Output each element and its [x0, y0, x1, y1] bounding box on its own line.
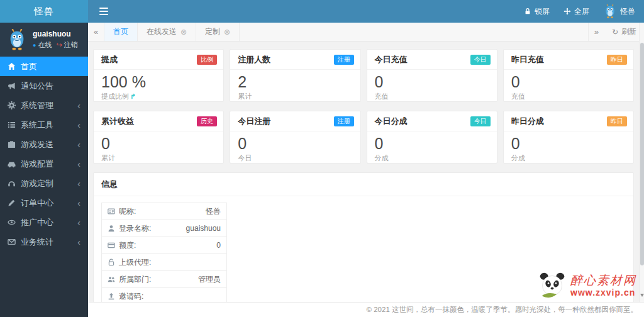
status-badge: 注册	[334, 116, 354, 126]
footer-text: © 2021 这世间，总有一抹颜色，温暖了季节。愿时光深处，每一种欣然都因你而至…	[367, 305, 638, 314]
sidebar-item-label: 推广中心	[21, 217, 53, 228]
user-panel: guaishuou ● 在线 ↪ 注销	[0, 23, 88, 57]
briefcase-icon	[8, 140, 16, 148]
scrollbar-thumb[interactable]	[640, 43, 644, 265]
bullhorn-icon	[8, 82, 16, 90]
stat-card-yesterday-recharge: 昨日充值 昨日 0 充值	[503, 49, 634, 102]
stat-value: 100 %	[101, 72, 216, 91]
sidebar-item-game-send[interactable]: 游戏发送 ‹	[0, 135, 88, 154]
sidebar-item-system-tools[interactable]: 系统工具 ‹	[0, 115, 88, 135]
sidebar-item-label: 通知公告	[21, 81, 53, 92]
tab-online-send[interactable]: 在线发送 ⊗	[138, 23, 196, 41]
stat-title: 昨日分成	[511, 116, 544, 127]
lock-screen-label: 锁屏	[535, 6, 550, 17]
info-label: 额度:	[119, 240, 136, 251]
navbar-username: 怪兽	[620, 6, 635, 17]
sidebar-item-promo-center[interactable]: 推广中心 ‹	[0, 213, 88, 232]
stat-sub-label: 累计	[238, 92, 252, 100]
stat-card-today-register: 今日注册 注册 0 今日	[230, 111, 360, 164]
monster-avatar	[6, 29, 28, 50]
chevron-left-icon: ‹	[77, 140, 80, 149]
stat-sub-label: 充值	[511, 92, 525, 100]
home-icon	[8, 62, 16, 70]
refresh-icon: ↻	[612, 28, 618, 36]
stat-sub-label: 分成	[511, 154, 525, 162]
fullscreen-button[interactable]: 全屏	[564, 6, 589, 17]
info-label: 登录名称:	[119, 223, 151, 234]
sidebar-item-label: 游戏配置	[21, 158, 53, 170]
chevron-left-icon: ‹	[77, 237, 80, 247]
logout-icon: ↪	[56, 41, 62, 49]
status-badge: 今日	[470, 116, 491, 126]
status-badge: 昨日	[607, 55, 627, 65]
sidebar-item-system-manage[interactable]: 系统管理 ‹	[0, 96, 88, 115]
user-name: guaishuou	[33, 30, 78, 38]
lock-icon	[524, 8, 531, 15]
info-table: 昵称: 怪兽 登录名称: guaishuou	[101, 203, 227, 302]
table-row: 上级代理:	[102, 254, 226, 271]
info-label: 昵称:	[119, 206, 136, 217]
online-dot-icon: ●	[33, 42, 36, 48]
sidebar-item-home[interactable]: 首页	[0, 57, 88, 76]
upload-icon	[108, 292, 115, 300]
lock-screen-button[interactable]: 锁屏	[524, 6, 550, 17]
app-window: 怪兽 guaishuou ● 在线 ↪ 注销	[0, 0, 644, 317]
sidebar-item-game-config[interactable]: 游戏配置 ‹	[0, 154, 88, 174]
stat-sub-label: 分成	[375, 154, 389, 162]
info-label: 所属部门:	[119, 274, 151, 285]
sidebar-item-notice[interactable]: 通知公告	[0, 76, 88, 96]
info-label: 上级代理:	[119, 257, 151, 268]
status-badge: 历史	[197, 116, 217, 126]
tab-label: 在线发送	[147, 26, 177, 37]
info-label: 邀请码:	[119, 291, 143, 302]
sidebar: 怪兽 guaishuou ● 在线 ↪ 注销	[0, 0, 88, 317]
main-content: 提成 比例 100 % 提成比例↱ 注册人数 注册 2 累计	[88, 42, 644, 302]
sidebar-item-game-custom[interactable]: 游戏定制 ‹	[0, 174, 88, 193]
sidebar-menu: 首页 通知公告 系统管理 ‹ 系统工具 ‹ 游戏发送 ‹	[0, 57, 88, 252]
hamburger-menu-icon[interactable]	[97, 5, 111, 18]
stats-grid: 提成 比例 100 % 提成比例↱ 注册人数 注册 2 累计	[93, 49, 634, 164]
sidebar-item-label: 系统工具	[21, 120, 53, 131]
sidebar-item-label: 游戏发送	[21, 139, 53, 150]
tabs-scroll-right-icon[interactable]: »	[588, 23, 604, 41]
stat-title: 今日分成	[375, 116, 408, 127]
stat-sub-label: 提成比例	[101, 92, 129, 100]
stat-value: 2	[238, 72, 352, 91]
tab-home[interactable]: 首页	[104, 23, 138, 41]
user-icon	[108, 225, 115, 232]
scrollbar-down-arrow-icon[interactable]	[640, 294, 644, 297]
unlock-icon	[108, 259, 115, 266]
refresh-button[interactable]: ↻ 刷新	[604, 23, 644, 41]
headset-icon	[8, 179, 16, 187]
vertical-scrollbar[interactable]	[639, 23, 644, 302]
stat-card-today-share: 今日分成 今日 0 分成	[367, 111, 497, 164]
tabs-scroll-left-icon[interactable]: «	[88, 23, 104, 41]
tab-label: 定制	[205, 26, 220, 37]
stat-title: 注册人数	[238, 54, 270, 65]
user-dropdown[interactable]: 怪兽	[603, 4, 635, 18]
tab-close-icon[interactable]: ⊗	[180, 28, 187, 36]
stat-card-yesterday-share: 昨日分成 昨日 0 分成	[503, 111, 634, 164]
top-navbar: 锁屏 全屏 怪兽	[88, 0, 644, 23]
table-row: 昵称: 怪兽	[102, 203, 226, 220]
tab-label: 首页	[113, 26, 128, 37]
tab-bar: « 首页 在线发送 ⊗ 定制 ⊗ » ↻ 刷新	[88, 23, 644, 42]
sidebar-item-label: 首页	[21, 61, 37, 72]
fullscreen-label: 全屏	[574, 6, 589, 17]
table-row: 所属部门: 管理员	[102, 271, 226, 288]
tab-custom[interactable]: 定制 ⊗	[196, 23, 240, 41]
credit-card-icon	[108, 242, 115, 249]
chevron-left-icon: ‹	[77, 198, 80, 208]
stat-title: 今日注册	[238, 116, 270, 127]
chevron-left-icon: ‹	[77, 101, 80, 110]
tab-close-icon[interactable]: ⊗	[224, 28, 230, 36]
status-badge: 昨日	[607, 116, 627, 126]
sidebar-item-business-stats[interactable]: 业务统计 ‹	[0, 232, 88, 252]
stat-value: 0	[511, 72, 626, 91]
id-card-icon	[108, 208, 115, 215]
logout-link[interactable]: 注销	[64, 40, 78, 50]
table-row: 额度: 0	[102, 237, 226, 254]
sidebar-item-label: 游戏定制	[21, 178, 53, 189]
sidebar-item-order-center[interactable]: 订单中心 ‹	[0, 193, 88, 213]
chevron-left-icon: ‹	[77, 218, 80, 227]
